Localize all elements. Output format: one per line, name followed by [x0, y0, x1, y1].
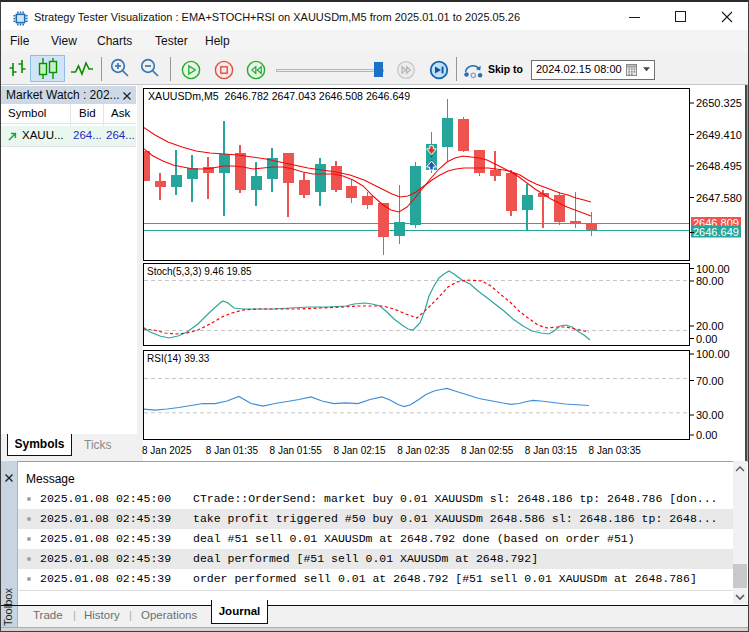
- svg-text:8 Jan 01:35: 8 Jan 01:35: [206, 445, 259, 456]
- svg-text:2650.325: 2650.325: [696, 97, 742, 109]
- svg-text:8 Jan 03:15: 8 Jan 03:15: [525, 445, 578, 456]
- svg-text:2648.495: 2648.495: [696, 160, 742, 172]
- svg-text:30.00: 30.00: [696, 409, 724, 421]
- svg-text:8 Jan 02:55: 8 Jan 02:55: [461, 445, 514, 456]
- svg-text:20.00: 20.00: [696, 320, 724, 332]
- svg-text:8 Jan 02:35: 8 Jan 02:35: [397, 445, 450, 456]
- svg-text:8 Jan 02:15: 8 Jan 02:15: [333, 445, 386, 456]
- svg-text:Stoch(5,3,3) 9.46 19.85: Stoch(5,3,3) 9.46 19.85: [147, 266, 252, 277]
- svg-text:8 Jan 03:35: 8 Jan 03:35: [589, 445, 642, 456]
- svg-text:8 Jan 01:55: 8 Jan 01:55: [270, 445, 323, 456]
- svg-text:2646.649: 2646.649: [693, 226, 739, 238]
- svg-text:100.00: 100.00: [696, 263, 730, 275]
- svg-text:8 Jan 2025: 8 Jan 2025: [142, 445, 192, 456]
- svg-text:XAUUSDm,M5 2646.782 2647.043: XAUUSDm,M5 2646.782 2647.043 2646.508 26…: [148, 90, 410, 102]
- svg-text:100.00: 100.00: [696, 348, 730, 360]
- svg-text:2647.580: 2647.580: [696, 192, 742, 204]
- svg-text:70.00: 70.00: [696, 375, 724, 387]
- svg-text:2649.410: 2649.410: [696, 129, 742, 141]
- svg-text:80.00: 80.00: [696, 275, 724, 287]
- svg-text:0.00: 0.00: [696, 333, 717, 345]
- svg-text:RSI(14) 39.33: RSI(14) 39.33: [147, 353, 210, 364]
- svg-text:0.00: 0.00: [696, 429, 717, 441]
